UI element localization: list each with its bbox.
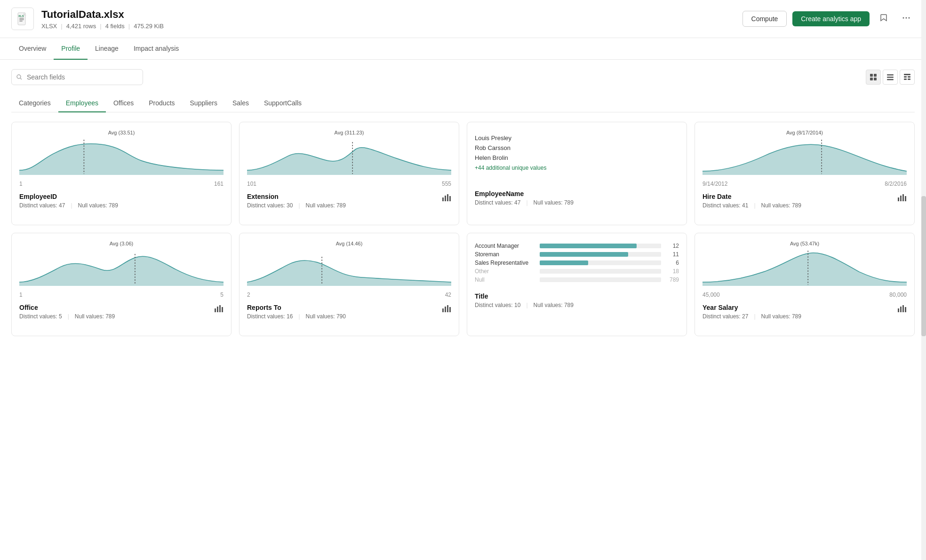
tab-lineage[interactable]: Lineage [88,38,126,60]
bar-count-4: 18 [665,268,679,275]
range-min: 9/14/2012 [702,181,727,187]
cat-tab-employees[interactable]: Employees [58,95,106,112]
tab-overview[interactable]: Overview [11,38,54,60]
avg-label-reports-to: Avg (14.46) [247,241,451,246]
bar-chart-icon-year-salary [897,304,907,315]
range-max: 5 [220,292,224,298]
svg-rect-3 [19,21,23,22]
svg-point-8 [17,75,21,79]
bar-fill-1 [540,244,637,248]
scrollbar-track[interactable] [921,0,926,346]
card-reports-to: Avg (14.46) 2 42 Reports To Distinct val… [239,233,459,336]
distinct-hire-date: Distinct values: 41 [702,202,748,209]
svg-rect-13 [887,74,894,76]
nulls-year-salary: Null values: 789 [761,313,801,320]
range-max: 161 [214,181,224,187]
bar-count-2: 11 [665,251,679,258]
file-info: TutorialData.xlsx XLSX | 4,421 rows | 4 … [41,8,164,30]
cat-tab-suppliers[interactable]: Suppliers [183,95,225,112]
bar-label-1: Account Manager [475,243,536,249]
footer-hire-date: Hire Date Distinct values: 41 | Null val… [702,193,907,209]
bar-count-1: 12 [665,243,679,249]
svg-rect-17 [904,76,907,78]
svg-rect-38 [900,307,902,312]
cat-tab-supportcalls[interactable]: SupportCalls [256,95,309,112]
footer-office: Office Distinct values: 5 | Null values:… [19,304,224,320]
card-meta-hire-date: Distinct values: 41 | Null values: 789 [702,202,801,209]
svg-rect-32 [222,307,223,312]
card-title-year-salary: Year Salary [702,304,801,311]
svg-rect-11 [870,78,873,80]
svg-rect-40 [905,307,906,312]
nulls-employee-name: Null values: 789 [534,199,574,206]
cat-tab-categories[interactable]: Categories [11,95,58,112]
card-year-salary: Avg (53.47k) 45,000 80,000 Year Salary D… [694,233,915,336]
list-view-button[interactable] [883,70,898,85]
name-1: Louis Presley [475,134,679,143]
view-controls [866,70,915,85]
search-input[interactable] [11,69,143,85]
svg-rect-33 [442,308,444,312]
chart-extension: Avg (311.23) [247,130,451,177]
cat-tab-offices[interactable]: Offices [106,95,141,112]
chart-reports-to: Avg (14.46) [247,241,451,288]
distinct-employee-name: Distinct values: 47 [475,199,520,206]
svg-rect-20 [908,79,910,80]
scrollbar-thumb[interactable] [921,196,926,336]
nulls-extension: Null values: 789 [306,202,346,209]
card-employee-id: Avg (33.51) 1 161 EmployeeID Distinct va… [11,122,232,225]
cat-tab-sales[interactable]: Sales [225,95,256,112]
footer-reports-to: Reports To Distinct values: 16 | Null va… [247,304,451,320]
card-extension: Avg (311.23) 101 555 Extension Distinct … [239,122,459,225]
card-title-field: Account Manager 12 Storeman 11 Sales Rep… [467,233,687,336]
range-min: 2 [247,292,250,298]
range-min: 101 [247,181,256,187]
meta-sep-1: | [61,23,62,30]
footer-year-salary: Year Salary Distinct values: 27 | Null v… [702,304,907,320]
file-rows: 4,421 rows [66,23,96,30]
grid-view-button[interactable] [866,70,881,85]
text-content-employee-name: Louis Presley Rob Carsson Helen Brolin +… [475,130,679,175]
card-title-hire-date: Hire Date [702,193,801,200]
more-options-button[interactable] [898,11,915,27]
svg-rect-12 [874,78,877,80]
footer-title-field: Title Distinct values: 10 | Null values:… [475,292,679,308]
file-type: XLSX [41,23,57,30]
range-min: 1 [19,292,23,298]
cat-tab-products[interactable]: Products [141,95,182,112]
range-extension: 101 555 [247,181,451,187]
range-employee-id: 1 161 [19,181,224,187]
distinct-title: Distinct values: 10 [475,302,520,308]
nulls-reports-to: Null values: 790 [306,313,346,320]
content-area: Categories Employees Offices Products Su… [0,60,926,346]
name-2: Rob Carsson [475,143,679,153]
tab-impact-analysis[interactable]: Impact analysis [126,38,186,60]
compute-button[interactable]: Compute [742,11,787,27]
card-title-extension: Extension [247,193,346,200]
bar-label-4: Other [475,268,536,275]
svg-rect-18 [908,76,910,78]
avg-label-hire-date: Avg (8/17/2014) [702,130,907,135]
svg-rect-37 [898,308,899,312]
svg-rect-15 [887,79,894,80]
file-size: 475.29 KiB [134,23,164,30]
svg-rect-26 [900,196,902,201]
card-meta-year-salary: Distinct values: 27 | Null values: 789 [702,313,801,320]
bar-chart-title: Account Manager 12 Storeman 11 Sales Rep… [475,241,679,287]
avg-label-office: Avg (3.06) [19,241,224,246]
create-analytics-button[interactable]: Create analytics app [792,11,870,26]
distinct-office: Distinct values: 5 [19,313,62,320]
tab-profile[interactable]: Profile [54,38,88,60]
bookmark-button[interactable] [875,11,892,27]
card-hire-date: Avg (8/17/2014) 9/14/2012 8/2/2016 Hire … [694,122,915,225]
meta-sep-3: | [128,23,130,30]
svg-rect-16 [904,74,910,75]
card-title-employee-id: EmployeeID [19,193,118,200]
distinct-employee-id: Distinct values: 47 [19,202,65,209]
svg-rect-14 [887,77,894,78]
svg-rect-19 [904,79,907,80]
table-view-button[interactable] [900,70,915,85]
bar-count-5: 789 [665,276,679,283]
nulls-hire-date: Null values: 789 [761,202,801,209]
bar-fill-2 [540,252,628,257]
